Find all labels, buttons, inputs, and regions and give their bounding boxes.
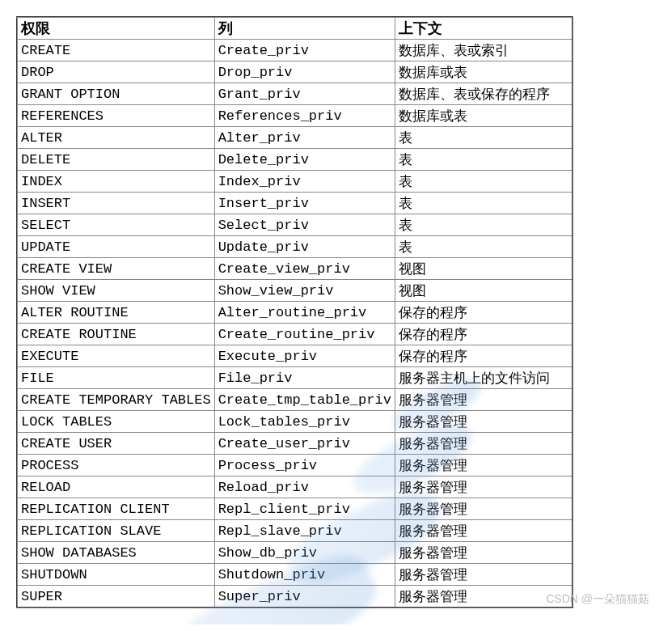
cell-permission: RELOAD	[17, 476, 214, 498]
cell-permission: INSERT	[17, 193, 214, 214]
cell-context: 保存的程序	[395, 345, 573, 367]
cell-permission: REFERENCES	[17, 105, 214, 127]
table-row: CREATE VIEWCreate_view_priv视图	[17, 258, 573, 280]
cell-permission: INDEX	[17, 171, 214, 193]
cell-permission: CREATE USER	[17, 433, 214, 455]
cell-context: 服务器管理	[395, 455, 573, 476]
table-row: INDEXIndex_priv表	[17, 171, 573, 193]
cell-permission: CREATE TEMPORARY TABLES	[17, 389, 214, 411]
cell-permission: REPLICATION CLIENT	[17, 498, 214, 520]
cell-permission: SELECT	[17, 214, 214, 236]
cell-column: Grant_priv	[214, 83, 395, 105]
header-column: 列	[214, 17, 395, 40]
table-row: REPLICATION CLIENTRepl_client_priv服务器管理	[17, 498, 573, 520]
cell-permission: ALTER	[17, 127, 214, 149]
cell-column: Create_tmp_table_priv	[214, 389, 395, 411]
cell-column: Insert_priv	[214, 193, 395, 214]
cell-column: References_priv	[214, 105, 395, 127]
table-row: ALTERAlter_priv表	[17, 127, 573, 149]
table-row: SUPERSuper_priv服务器管理	[17, 586, 573, 608]
table-header-row: 权限 列 上下文	[17, 17, 573, 40]
cell-permission: SHUTDOWN	[17, 564, 214, 586]
cell-context: 数据库或表	[395, 61, 573, 83]
cell-column: Reload_priv	[214, 476, 395, 498]
cell-context: 服务器管理	[395, 542, 573, 564]
cell-context: 服务器管理	[395, 520, 573, 542]
cell-permission: SUPER	[17, 586, 214, 608]
cell-column: Select_priv	[214, 214, 395, 236]
cell-permission: FILE	[17, 367, 214, 389]
cell-permission: CREATE ROUTINE	[17, 324, 214, 345]
cell-permission: SHOW VIEW	[17, 280, 214, 302]
table-row: ALTER ROUTINEAlter_routine_priv保存的程序	[17, 302, 573, 324]
table-row: CREATECreate_priv数据库、表或索引	[17, 40, 573, 61]
cell-column: Repl_slave_priv	[214, 520, 395, 542]
cell-column: Create_view_priv	[214, 258, 395, 280]
cell-column: File_priv	[214, 367, 395, 389]
table-row: SELECTSelect_priv表	[17, 214, 573, 236]
cell-permission: PROCESS	[17, 455, 214, 476]
cell-permission: CREATE VIEW	[17, 258, 214, 280]
cell-context: 服务器管理	[395, 411, 573, 433]
table-row: CREATE USERCreate_user_priv服务器管理	[17, 433, 573, 455]
cell-context: 表	[395, 149, 573, 171]
cell-permission: GRANT OPTION	[17, 83, 214, 105]
table-row: SHOW DATABASESShow_db_priv服务器管理	[17, 542, 573, 564]
cell-column: Create_user_priv	[214, 433, 395, 455]
table-row: SHUTDOWNShutdown_priv服务器管理	[17, 564, 573, 586]
table-row: CREATE ROUTINECreate_routine_priv保存的程序	[17, 324, 573, 345]
cell-column: Alter_routine_priv	[214, 302, 395, 324]
cell-context: 表	[395, 236, 573, 258]
table-row: DELETEDelete_priv表	[17, 149, 573, 171]
cell-column: Drop_priv	[214, 61, 395, 83]
cell-context: 服务器管理	[395, 433, 573, 455]
cell-context: 服务器管理	[395, 389, 573, 411]
cell-permission: LOCK TABLES	[17, 411, 214, 433]
cell-context: 服务器管理	[395, 476, 573, 498]
cell-column: Update_priv	[214, 236, 395, 258]
table-row: REPLICATION SLAVERepl_slave_priv服务器管理	[17, 520, 573, 542]
cell-context: 表	[395, 171, 573, 193]
cell-column: Super_priv	[214, 586, 395, 608]
table-row: SHOW VIEWShow_view_priv视图	[17, 280, 573, 302]
cell-column: Delete_priv	[214, 149, 395, 171]
cell-column: Lock_tables_priv	[214, 411, 395, 433]
cell-context: 数据库、表或索引	[395, 40, 573, 61]
privileges-table: 权限 列 上下文 CREATECreate_priv数据库、表或索引DROPDr…	[16, 16, 573, 608]
cell-permission: DELETE	[17, 149, 214, 171]
cell-column: Alter_priv	[214, 127, 395, 149]
cell-context: 数据库或表	[395, 105, 573, 127]
cell-context: 服务器管理	[395, 498, 573, 520]
cell-column: Create_priv	[214, 40, 395, 61]
table-row: REFERENCESReferences_priv数据库或表	[17, 105, 573, 127]
cell-permission: DROP	[17, 61, 214, 83]
cell-column: Shutdown_priv	[214, 564, 395, 586]
cell-column: Execute_priv	[214, 345, 395, 367]
table-row: PROCESSProcess_priv服务器管理	[17, 455, 573, 476]
table-row: EXECUTEExecute_priv保存的程序	[17, 345, 573, 367]
cell-context: 表	[395, 193, 573, 214]
table-row: RELOADReload_priv服务器管理	[17, 476, 573, 498]
cell-context: 保存的程序	[395, 302, 573, 324]
cell-column: Index_priv	[214, 171, 395, 193]
cell-context: 表	[395, 127, 573, 149]
cell-permission: UPDATE	[17, 236, 214, 258]
cell-column: Process_priv	[214, 455, 395, 476]
cell-column: Repl_client_priv	[214, 498, 395, 520]
header-context: 上下文	[395, 17, 573, 40]
cell-context: 数据库、表或保存的程序	[395, 83, 573, 105]
cell-column: Show_db_priv	[214, 542, 395, 564]
cell-context: 服务器主机上的文件访问	[395, 367, 573, 389]
cell-permission: EXECUTE	[17, 345, 214, 367]
table-row: LOCK TABLESLock_tables_priv服务器管理	[17, 411, 573, 433]
cell-context: 服务器管理	[395, 586, 573, 608]
table-row: GRANT OPTIONGrant_priv数据库、表或保存的程序	[17, 83, 573, 105]
table-row: INSERTInsert_priv表	[17, 193, 573, 214]
table-row: UPDATEUpdate_priv表	[17, 236, 573, 258]
cell-permission: SHOW DATABASES	[17, 542, 214, 564]
cell-permission: REPLICATION SLAVE	[17, 520, 214, 542]
cell-context: 服务器管理	[395, 564, 573, 586]
cell-column: Show_view_priv	[214, 280, 395, 302]
cell-context: 保存的程序	[395, 324, 573, 345]
table-row: FILEFile_priv服务器主机上的文件访问	[17, 367, 573, 389]
